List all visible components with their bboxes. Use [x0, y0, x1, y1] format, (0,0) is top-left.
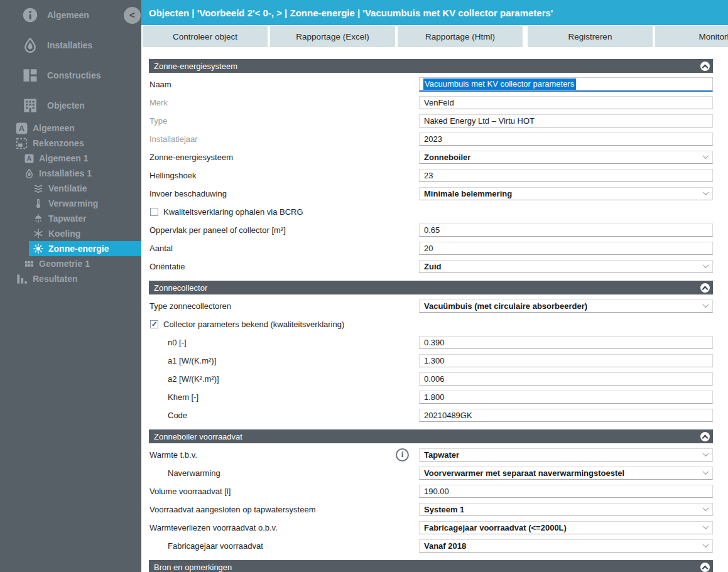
naam-input[interactable]: Vacuumbuis met KV collector parameters [419, 77, 713, 92]
form-row: Khem [-]1.800 [149, 388, 713, 406]
chevron-down-icon [703, 301, 709, 308]
droplet-icon [23, 38, 38, 53]
hellingshoek-input[interactable]: 23 [419, 169, 713, 182]
sidebar-item-zonne-energie[interactable]: Zonne-energie [0, 241, 141, 256]
shower-icon [33, 213, 43, 224]
section-title: Bron en opmerkingen [154, 563, 232, 572]
sidebar-collapse-button[interactable] [124, 7, 141, 24]
a1-input[interactable]: 1.300 [419, 354, 713, 367]
form-row: OriëntatieZuid [149, 257, 713, 276]
orientatie-label: Oriëntatie [149, 262, 419, 271]
volume-voorraadvat-label: Volume voorraadvat [l] [149, 487, 419, 496]
sidebar-item-algemeen[interactable]: Algemeen [0, 0, 141, 30]
sidebar-item-installaties[interactable]: Installaties [0, 30, 141, 60]
svg-text:A: A [19, 124, 25, 133]
form-row: Invoer beschaduwingMinimale belemmering [149, 185, 713, 203]
blocks-icon [23, 68, 38, 83]
chevron-down-icon [703, 523, 709, 529]
tab-registreren[interactable]: Registreren [528, 26, 653, 47]
orientatie-select[interactable]: Zuid [419, 260, 713, 273]
collapse-section-icon[interactable] [700, 432, 710, 441]
aantal-input[interactable]: 20 [419, 242, 713, 255]
volume-voorraadvat-input[interactable]: 190.00 [419, 485, 713, 498]
a2-input[interactable]: 0.006 [419, 372, 713, 386]
dashed-square-icon [16, 138, 28, 149]
sidebar-item-algemeen-1[interactable]: AAlgemeen 1 [0, 151, 141, 166]
sidebar-item-koeling[interactable]: Koeling [0, 226, 141, 241]
sidebar-item-objecten[interactable]: Objecten [0, 90, 141, 121]
fabricagejaar-voorraadvat-select[interactable]: Vanaf 2018 [419, 539, 713, 553]
main-panel: Objecten | 'Voorbeeld 2'< 0-, > | Zonne-… [141, 0, 728, 572]
sidebar-item-constructies[interactable]: Constructies [0, 60, 141, 90]
naam-label: Naam [149, 80, 419, 89]
section-header-bron-en-opmerkingen: Bron en opmerkingen [149, 560, 713, 572]
zonne-energiesysteem-select[interactable]: Zonneboiler [419, 151, 713, 164]
naam-value: Vacuumbuis met KV collector parameters [423, 78, 576, 90]
type-zonnecollectoren-value: Vacuümbuis (met circulaire absorbeerder) [424, 301, 587, 311]
warmte-tbv-label: Warmte t.b.v. [149, 450, 396, 460]
warmteverliezen-voorraadvat-select[interactable]: Fabricagejaar voorraadvat (<=2000L) [419, 521, 713, 534]
oppervlak-per-paneel-input[interactable]: 0.65 [419, 224, 713, 237]
sidebar-nav: AlgemeenInstallatiesConstructiesObjecten… [0, 0, 141, 286]
type-input[interactable]: Naked Energy Ltd – Virtu HOT [419, 114, 713, 127]
chevron-down-icon [703, 541, 709, 548]
aantal-value: 20 [424, 244, 433, 253]
n0-input[interactable]: 0.390 [419, 336, 713, 349]
a2-value: 0.006 [424, 374, 445, 384]
kwaliteitsverklaring-bcrg-checkbox[interactable] [150, 208, 158, 216]
tab-controleer-object[interactable]: Controleer object [143, 26, 268, 47]
sidebar-item-tapwater[interactable]: Tapwater [0, 211, 141, 226]
sidebar-item-installaties-1[interactable]: Installaties 1 [0, 166, 141, 181]
collector-parameters-bekend-checkbox[interactable] [150, 320, 158, 328]
voorraadvat-tapwatersysteem-label: Voorraadvat aangesloten op tapwatersyste… [149, 505, 419, 514]
form-row: Voorraadvat aangesloten op tapwatersyste… [149, 500, 713, 519]
form-row: Volume voorraadvat [l]190.00 [149, 482, 713, 500]
installatiejaar-input[interactable]: 2023 [419, 132, 713, 146]
voorraadvat-tapwatersysteem-value: Systeem 1 [424, 505, 464, 514]
sidebar-item-label: Installaties 1 [39, 168, 92, 178]
layers-icon [33, 183, 43, 193]
n0-value: 0.390 [424, 338, 445, 347]
collapse-section-icon[interactable] [700, 283, 710, 293]
sidebar-item-ventilatie[interactable]: Ventilatie [0, 181, 141, 196]
tab-rapportage-html[interactable]: Rapportage (Html) [398, 26, 523, 47]
form-row: Oppervlak per paneel of collector [m²]0.… [149, 221, 713, 239]
info-icon[interactable] [396, 448, 409, 461]
grid-icon [24, 259, 34, 269]
toolbar: Controleer objectRapportage (Excel)Rappo… [141, 25, 728, 47]
section-rows: NaamVacuumbuis met KV collector paramete… [149, 73, 713, 281]
merk-value: VenFeld [424, 98, 454, 107]
building-icon [23, 98, 38, 113]
tab-rapportage-excel[interactable]: Rapportage (Excel) [270, 26, 395, 47]
code-input[interactable]: 20210489GK [419, 409, 713, 422]
merk-input[interactable]: VenFeld [419, 96, 713, 109]
sidebar-item-geometrie-1[interactable]: Geometrie 1 [0, 256, 141, 271]
info-icon [23, 8, 38, 23]
tab-monitorbe[interactable]: Monitorbe [655, 26, 728, 47]
a2-label: a2 [W/(K².m²)] [149, 374, 419, 384]
collapse-section-icon[interactable] [700, 563, 710, 572]
sidebar-item-rekenzones[interactable]: Rekenzones [0, 136, 141, 151]
sidebar-item-label: Ventilatie [48, 183, 87, 193]
form-row: MerkVenFeld [149, 94, 713, 112]
hellingshoek-value: 23 [424, 171, 433, 180]
sidebar-item-algemeen[interactable]: AAlgemeen [0, 121, 141, 136]
section-header-zonnecollector: Zonnecollector [149, 281, 713, 294]
droplet-icon [24, 169, 34, 178]
warmteverliezen-voorraadvat-value: Fabricagejaar voorraadvat (<=2000L) [424, 523, 567, 532]
sidebar-item-resultaten[interactable]: Resultaten [0, 271, 141, 286]
form-row: Collector parameters bekend (kwaliteitsv… [149, 315, 713, 333]
voorraadvat-tapwatersysteem-select[interactable]: Systeem 1 [419, 503, 713, 516]
section-title: Zonne-energiesysteem [154, 62, 237, 71]
naverwarming-select[interactable]: Voorverwarmer met separaat naverwarmings… [419, 467, 713, 480]
invoer-beschaduwing-select[interactable]: Minimale belemmering [419, 187, 713, 200]
sidebar-item-verwarming[interactable]: Verwarming [0, 196, 141, 211]
warmte-tbv-select[interactable]: Tapwater [419, 448, 713, 461]
form-row: a2 [W/(K².m²)]0.006 [149, 370, 713, 388]
breadcrumb: Objecten | 'Voorbeeld 2'< 0-, > | Zonne-… [149, 8, 553, 18]
sidebar-item-label: Resultaten [33, 274, 78, 284]
type-zonnecollectoren-select[interactable]: Vacuümbuis (met circulaire absorbeerder) [419, 299, 713, 313]
thermometer-icon [33, 198, 43, 208]
khem-input[interactable]: 1.800 [419, 391, 713, 404]
collapse-section-icon[interactable] [700, 62, 710, 71]
